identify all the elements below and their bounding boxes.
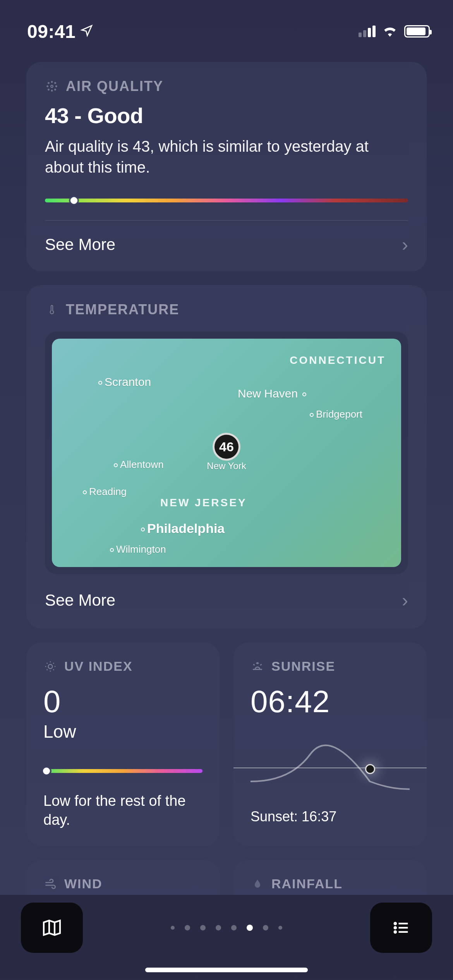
- bottom-toolbar: [0, 895, 453, 980]
- wifi-icon: [382, 24, 398, 38]
- svg-point-6: [51, 90, 53, 91]
- temperature-badge-city: New York: [207, 461, 246, 471]
- uv-level: Low: [43, 721, 202, 742]
- sun-position-indicator: [365, 764, 375, 774]
- location-arrow-icon: [80, 24, 93, 39]
- sunrise-card[interactable]: SUNRISE 06:42 Sunset: 16:37: [233, 642, 427, 846]
- map-city-scranton: Scranton: [98, 375, 151, 389]
- rainfall-card[interactable]: RAINFALL 0": [233, 860, 427, 895]
- cellular-signal-icon: [359, 26, 376, 37]
- temperature-card[interactable]: TEMPERATURE CONNECTICUT NEW JERSEY Scran…: [26, 285, 427, 629]
- svg-point-14: [395, 927, 396, 929]
- map-state-connecticut: CONNECTICUT: [290, 354, 386, 367]
- battery-icon: [404, 25, 430, 38]
- map-city-bridgeport: Bridgeport: [310, 408, 362, 420]
- temperature-title: TEMPERATURE: [66, 302, 179, 318]
- sun-curve: [251, 735, 410, 793]
- air-quality-description: Air quality is 43, which is similar to y…: [45, 136, 408, 178]
- temperature-map-container[interactable]: CONNECTICUT NEW JERSEY Scranton New Have…: [45, 332, 408, 574]
- uv-indicator: [43, 768, 50, 774]
- svg-point-7: [47, 86, 48, 87]
- wind-card[interactable]: WIND N: [26, 860, 220, 895]
- uv-index-card[interactable]: UV INDEX 0 Low Low for the rest of the d…: [26, 642, 220, 846]
- svg-point-2: [55, 82, 56, 84]
- sunrise-value: 06:42: [251, 684, 410, 720]
- wind-icon: [43, 877, 57, 891]
- air-quality-indicator: [70, 197, 77, 204]
- sunset-label: Sunset: 16:37: [251, 809, 410, 825]
- svg-point-1: [48, 82, 49, 84]
- map-city-allentown: Allentown: [114, 459, 164, 471]
- uv-note: Low for the rest of the day.: [43, 792, 202, 830]
- uv-value: 0: [43, 684, 202, 720]
- svg-point-0: [51, 85, 53, 87]
- air-quality-scale: [45, 199, 408, 202]
- svg-point-4: [55, 89, 56, 90]
- map-city-reading: Reading: [83, 486, 127, 498]
- svg-point-16: [395, 931, 396, 933]
- list-button[interactable]: [370, 903, 432, 953]
- temperature-map[interactable]: CONNECTICUT NEW JERSEY Scranton New Have…: [52, 339, 401, 567]
- map-city-wilmington: Wilmington: [110, 543, 166, 555]
- chevron-right-icon: ›: [402, 589, 408, 611]
- thermometer-icon: [45, 303, 59, 317]
- uv-title: UV INDEX: [64, 659, 133, 674]
- sunrise-icon: [251, 660, 264, 673]
- svg-point-12: [395, 923, 396, 924]
- sunrise-title: SUNRISE: [271, 659, 335, 674]
- svg-point-9: [48, 664, 53, 668]
- temperature-see-more[interactable]: See More ›: [45, 574, 408, 611]
- map-city-newhaven: New Haven: [238, 387, 309, 400]
- raindrop-icon: [251, 877, 264, 891]
- svg-point-8: [56, 86, 57, 87]
- page-indicator[interactable]: [171, 925, 282, 931]
- sun-icon: [43, 660, 57, 673]
- air-quality-card[interactable]: AIR QUALITY 43 - Good Air quality is 43,…: [26, 62, 427, 271]
- status-time: 09:41: [27, 21, 76, 42]
- status-bar: 09:41: [0, 0, 453, 46]
- air-quality-icon: [45, 79, 59, 93]
- map-button[interactable]: [21, 903, 83, 953]
- uv-scale: [43, 769, 202, 773]
- svg-point-5: [51, 81, 53, 82]
- rainfall-title: RAINFALL: [271, 876, 343, 891]
- home-indicator[interactable]: [145, 968, 308, 972]
- air-quality-value: 43 - Good: [45, 103, 408, 128]
- chevron-right-icon: ›: [402, 234, 408, 255]
- air-quality-title: AIR QUALITY: [66, 78, 163, 94]
- air-quality-see-more[interactable]: See More ›: [45, 221, 408, 255]
- map-state-newjersey: NEW JERSEY: [160, 497, 247, 509]
- map-city-philadelphia: Philadelphia: [141, 521, 225, 536]
- temperature-badge: 46: [213, 433, 240, 461]
- svg-point-3: [48, 89, 49, 90]
- wind-title: WIND: [64, 876, 103, 891]
